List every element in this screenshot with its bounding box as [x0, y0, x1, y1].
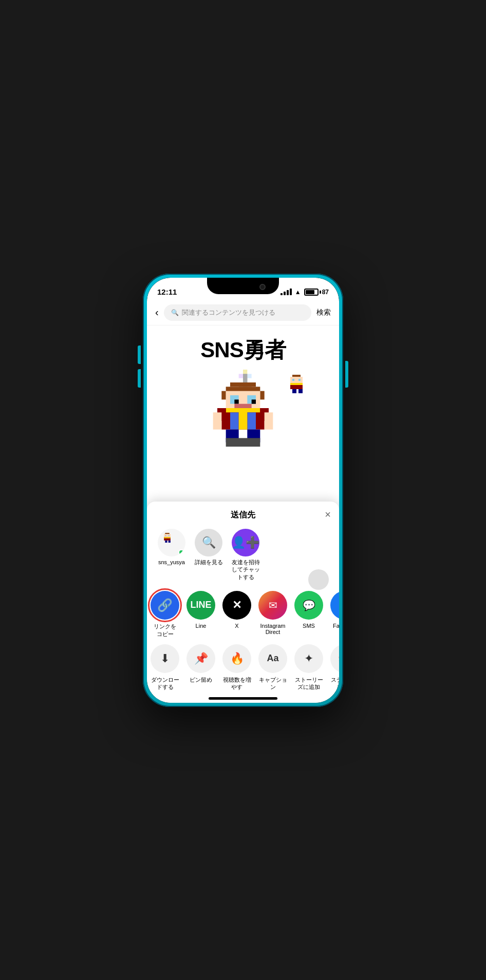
facebook-icon: f [330, 591, 339, 620]
sms-icon: 💬 [294, 591, 323, 620]
main-content: SNS勇者 [147, 325, 339, 703]
line-logo: LINE [190, 600, 211, 610]
action-label-caption: キャプション [256, 676, 289, 691]
svg-rect-34 [290, 383, 303, 385]
contact-search[interactable]: 🔍 詳細を見る [192, 529, 225, 566]
pin-icon: 📌 [194, 652, 208, 665]
action-label-boost: 視聴数を増やす [220, 676, 253, 691]
app-label-sms: SMS [303, 623, 315, 629]
app-x[interactable]: ✕ X [219, 591, 255, 629]
sticker-icon-circle: 🎭 [330, 644, 339, 673]
svg-rect-39 [165, 535, 166, 536]
action-label-pin: ピン留め [190, 676, 212, 683]
action-label-download: ダウンロードする [148, 676, 181, 691]
svg-rect-44 [169, 541, 171, 543]
svg-rect-35 [292, 389, 296, 393]
search-bar: ‹ 🔍 関連するコンテンツを見つける 検索 [147, 300, 339, 325]
pixel-character [207, 370, 279, 449]
action-label-story: ストーリーズに追加 [292, 676, 325, 691]
contact-name-sns: sns_yusya [158, 559, 185, 566]
home-indicator [209, 697, 277, 700]
avatar-sns-yusya [158, 529, 185, 556]
share-sheet: 送信先 × [147, 502, 339, 702]
battery-pct: 87 [322, 289, 329, 296]
svg-rect-28 [243, 438, 260, 447]
instagram-logo: ✉ [269, 599, 277, 611]
caption-icon-circle: Aa [258, 644, 287, 673]
app-label-x: X [235, 623, 238, 629]
action-download[interactable]: ⬇ ダウンロードする [147, 644, 183, 691]
app-label-line: Line [196, 623, 207, 629]
camera [259, 284, 266, 290]
wifi-icon: ▲ [295, 289, 301, 296]
svg-rect-6 [230, 382, 256, 387]
caption-icon: Aa [267, 653, 278, 664]
boost-icon: 🔥 [230, 652, 244, 665]
action-caption[interactable]: Aa キャプション [255, 644, 291, 691]
search-input-area[interactable]: 🔍 関連するコンテンツを見つける [164, 304, 311, 321]
status-icons: ▲ 87 [281, 289, 329, 296]
share-title: 送信先 [231, 510, 255, 521]
svg-rect-18 [230, 412, 239, 429]
contact-name-invite: 友達を招待してチャットする [229, 559, 262, 581]
search-icon: 🔍 [171, 309, 179, 316]
close-button[interactable]: × [325, 509, 331, 521]
notch [207, 278, 279, 294]
actions-row: ⬇ ダウンロードする 📌 ピン留め [147, 640, 339, 693]
svg-rect-13 [234, 399, 238, 403]
svg-rect-23 [213, 412, 222, 429]
link-copy-icon: 🔗 [151, 591, 179, 620]
online-indicator [178, 549, 184, 555]
avatar-invite: 👤➕ [232, 529, 259, 556]
preview-circle [308, 569, 329, 590]
svg-rect-31 [292, 379, 294, 381]
svg-rect-9 [260, 391, 264, 399]
app-link-copy[interactable]: 🔗 リンクをコピー [147, 591, 183, 638]
svg-rect-32 [298, 379, 301, 381]
battery-icon: 87 [304, 289, 329, 296]
contact-sns-yusya[interactable]: sns_yusya [155, 529, 188, 566]
back-button[interactable]: ‹ [155, 306, 159, 318]
action-sticker[interactable]: 🎭 ステッカーを作成 [327, 644, 339, 691]
svg-rect-30 [290, 377, 303, 383]
app-line[interactable]: LINE Line [183, 591, 219, 629]
app-label-instagram: InstagramDirect [260, 623, 286, 635]
svg-rect-0 [243, 370, 247, 374]
signal-icon [281, 289, 292, 295]
story-icon: ✦ [304, 652, 313, 665]
x-logo: ✕ [232, 599, 241, 612]
app-sms[interactable]: 💬 SMS [291, 591, 327, 629]
svg-rect-19 [247, 412, 256, 429]
svg-rect-14 [252, 399, 256, 403]
search-button[interactable]: 検索 [316, 308, 331, 317]
small-warrior-sprite [288, 375, 305, 393]
app-title: SNS勇者 [200, 336, 285, 364]
sticker-icon: 🎭 [338, 652, 340, 665]
warrior-sprite [207, 370, 279, 447]
story-icon-circle: ✦ [294, 644, 323, 673]
app-label-facebook: Facebo... [333, 623, 339, 629]
sms-logo: 💬 [303, 599, 315, 611]
apps-row: 🔗 リンクをコピー LINE Line [147, 587, 339, 640]
action-story[interactable]: ✦ ストーリーズに追加 [291, 644, 327, 691]
pin-icon-circle: 📌 [186, 644, 215, 673]
app-facebook[interactable]: f Facebo... [327, 591, 339, 629]
status-time: 12:11 [157, 287, 177, 296]
boost-icon-circle: 🔥 [222, 644, 251, 673]
svg-rect-2 [247, 374, 251, 378]
instagram-icon: ✉ [258, 591, 287, 620]
action-boost[interactable]: 🔥 視聴数を増やす [219, 644, 255, 691]
x-icon: ✕ [222, 591, 251, 620]
svg-rect-38 [164, 534, 171, 537]
svg-rect-27 [226, 438, 243, 447]
svg-rect-24 [265, 412, 273, 429]
app-instagram[interactable]: ✉ InstagramDirect [255, 591, 291, 635]
action-pin[interactable]: 📌 ピン留め [183, 644, 219, 683]
contact-invite[interactable]: 👤➕ 友達を招待してチャットする [229, 529, 262, 581]
svg-rect-20 [239, 408, 248, 430]
download-icon-circle: ⬇ [151, 644, 179, 673]
svg-rect-15 [234, 403, 251, 408]
link-icon: 🔗 [157, 598, 173, 612]
download-icon: ⬇ [160, 652, 170, 665]
share-header: 送信先 × [147, 510, 339, 527]
